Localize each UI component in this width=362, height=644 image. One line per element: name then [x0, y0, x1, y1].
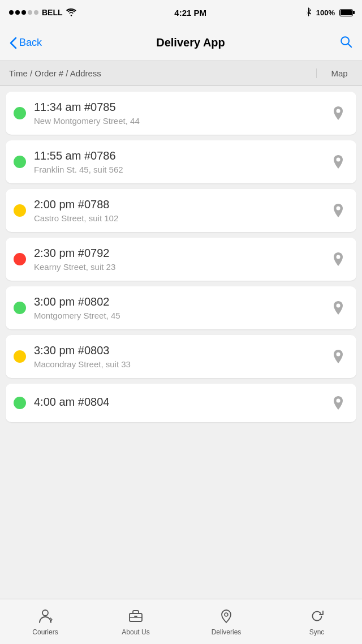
location-pin-icon [332, 300, 344, 316]
search-icon [339, 35, 353, 49]
tab-deliveries[interactable]: Deliveries [181, 608, 272, 636]
status-dot [14, 397, 26, 409]
sync-icon [308, 608, 325, 626]
svg-point-13 [225, 613, 228, 616]
delivery-item[interactable]: 2:00 pm #0788Castro Street, suit 102 [6, 189, 356, 232]
signal-strength [9, 10, 38, 15]
item-info: 11:34 am #0785New Montgomery Street, 44 [34, 101, 328, 126]
item-info: 2:30 pm #0792Kearny Street, suit 23 [34, 247, 328, 272]
map-pin-button[interactable] [328, 152, 348, 172]
status-dot [14, 156, 26, 168]
map-pin-button[interactable] [328, 249, 348, 269]
delivery-item[interactable]: 11:34 am #0785New Montgomery Street, 44 [6, 92, 356, 135]
column-headers: Time / Order # / Address Map [0, 61, 362, 86]
item-address: Castro Street, suit 102 [34, 213, 328, 223]
item-address: Franklin St. 45, suit 562 [34, 165, 328, 174]
item-address: Kearny Street, suit 23 [34, 262, 328, 272]
location-pin-icon [332, 105, 344, 121]
back-label: Back [19, 37, 42, 49]
item-time-order: 2:00 pm #0788 [34, 198, 328, 211]
status-bar: BELL 4:21 PM 100% [0, 0, 362, 25]
item-info: 3:30 pm #0803Macondray Street, suit 33 [34, 344, 328, 369]
clock: 4:21 PM [174, 8, 206, 18]
map-pin-button[interactable] [328, 393, 348, 413]
svg-point-4 [337, 207, 341, 211]
svg-point-7 [337, 353, 341, 357]
item-time-order: 2:30 pm #0792 [34, 247, 328, 260]
item-time-order: 11:55 am #0786 [34, 149, 328, 162]
tab-bar: Couriers About Us Deliveries [0, 599, 362, 644]
briefcase-icon [127, 608, 144, 626]
tab-sync[interactable]: Sync [272, 608, 362, 636]
svg-point-5 [337, 255, 341, 259]
item-address: Macondray Street, suit 33 [34, 359, 328, 369]
map-pin-button[interactable] [328, 200, 348, 221]
tab-sync-label: Sync [309, 628, 325, 636]
location-pin-icon [332, 349, 344, 364]
svg-point-3 [337, 158, 341, 162]
carrier-label: BELL [42, 8, 63, 17]
tab-about-us-label: About Us [122, 628, 149, 636]
map-pin-button[interactable] [328, 346, 348, 367]
status-dot [14, 350, 26, 363]
tab-deliveries-label: Deliveries [212, 628, 242, 636]
battery-percentage: 100% [316, 8, 335, 17]
tab-couriers-label: Couriers [32, 628, 58, 636]
delivery-item[interactable]: 3:00 pm #0802Montgomery Street, 45 [6, 286, 356, 329]
item-info: 4:00 am #0804 [34, 396, 328, 411]
status-dot [14, 107, 26, 119]
svg-line-1 [348, 44, 351, 47]
item-address: Montgomery Street, 45 [34, 311, 328, 320]
svg-point-2 [337, 109, 341, 113]
status-dot [14, 204, 26, 217]
delivery-item[interactable]: 11:55 am #0786Franklin St. 45, suit 562 [6, 140, 356, 183]
delivery-item[interactable]: 2:30 pm #0792Kearny Street, suit 23 [6, 238, 356, 281]
page-title: Delivery App [156, 36, 225, 49]
location-pin-icon [332, 203, 344, 218]
delivery-item[interactable]: 3:30 pm #0803Macondray Street, suit 33 [6, 335, 356, 378]
couriers-icon [37, 608, 54, 626]
col-header-main: Time / Order # / Address [0, 68, 317, 78]
back-button[interactable]: Back [9, 37, 42, 49]
status-dot [14, 253, 26, 265]
location-pin-icon [332, 251, 344, 267]
item-info: 2:00 pm #0788Castro Street, suit 102 [34, 198, 328, 223]
wifi-icon [66, 8, 76, 16]
svg-point-8 [337, 399, 341, 403]
item-info: 3:00 pm #0802Montgomery Street, 45 [34, 295, 328, 320]
bluetooth-icon [305, 7, 312, 18]
item-time-order: 11:34 am #0785 [34, 101, 328, 114]
nav-bar: Back Delivery App [0, 25, 362, 61]
location-pin-icon [332, 154, 344, 170]
item-info: 11:55 am #0786Franklin St. 45, suit 562 [34, 149, 328, 174]
item-address: New Montgomery Street, 44 [34, 116, 328, 126]
col-header-map: Map [317, 68, 362, 78]
tab-couriers[interactable]: Couriers [0, 608, 90, 636]
deliveries-icon [218, 608, 235, 626]
status-dot [14, 302, 26, 314]
svg-point-6 [337, 304, 341, 308]
location-pin-icon [332, 395, 344, 411]
search-button[interactable] [339, 35, 353, 51]
tab-about-us[interactable]: About Us [90, 608, 181, 636]
svg-point-9 [42, 610, 48, 616]
item-time-order: 3:30 pm #0803 [34, 344, 328, 357]
map-pin-button[interactable] [328, 103, 348, 123]
delivery-item[interactable]: 4:00 am #0804 [6, 384, 356, 422]
battery-icon [339, 9, 353, 16]
map-pin-button[interactable] [328, 298, 348, 318]
item-time-order: 4:00 am #0804 [34, 396, 328, 409]
delivery-list: 11:34 am #0785New Montgomery Street, 44 … [0, 86, 362, 433]
back-chevron-icon [9, 37, 17, 49]
item-time-order: 3:00 pm #0802 [34, 295, 328, 308]
